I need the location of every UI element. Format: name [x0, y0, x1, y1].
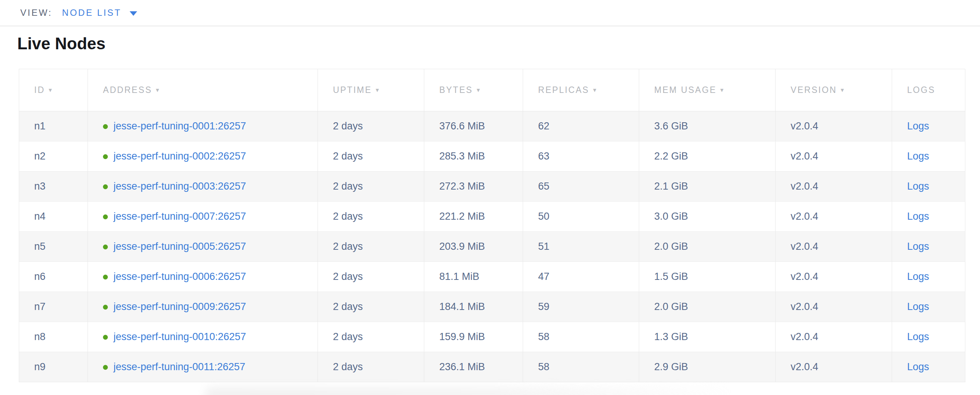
mem-usage-cell: 2.0 GiB: [639, 232, 776, 262]
logs-link[interactable]: Logs: [907, 271, 929, 283]
bytes-cell: 272.3 MiB: [424, 171, 523, 201]
version-cell: v2.0.4: [776, 201, 892, 232]
col-header-id[interactable]: ID▾: [19, 69, 88, 111]
table-row: n5 jesse-perf-tuning-0005:26257 2 days 2…: [19, 232, 965, 262]
node-id-cell: n7: [19, 292, 88, 322]
node-address-link[interactable]: jesse-perf-tuning-0005:26257: [113, 241, 246, 253]
logs-link[interactable]: Logs: [907, 241, 929, 253]
mem-usage-cell: 2.9 GiB: [639, 352, 776, 382]
table-body: n1 jesse-perf-tuning-0001:26257 2 days 3…: [19, 111, 965, 382]
node-live-status-icon: [103, 184, 108, 189]
logs-cell: Logs: [892, 262, 965, 292]
logs-cell: Logs: [892, 171, 965, 201]
replicas-cell: 63: [523, 141, 639, 171]
col-header-label: MEM USAGE: [654, 85, 717, 95]
version-cell: v2.0.4: [776, 111, 892, 141]
col-header-uptime[interactable]: UPTIME▾: [318, 69, 424, 111]
replicas-cell: 58: [523, 322, 639, 352]
mem-usage-cell: 1.5 GiB: [639, 262, 776, 292]
logs-link[interactable]: Logs: [907, 181, 929, 192]
col-header-bytes[interactable]: BYTES▾: [424, 69, 523, 111]
replicas-cell: 51: [523, 232, 639, 262]
col-header-logs: LOGS: [892, 69, 965, 111]
col-header-mem-usage[interactable]: MEM USAGE▾: [639, 69, 776, 111]
logs-link[interactable]: Logs: [907, 151, 929, 162]
node-live-status-icon: [103, 124, 108, 129]
node-address-cell: jesse-perf-tuning-0006:26257: [88, 262, 318, 292]
page-title: Live Nodes: [17, 34, 106, 54]
table-row: n7 jesse-perf-tuning-0009:26257 2 days 1…: [19, 292, 965, 322]
node-address-link[interactable]: jesse-perf-tuning-0001:26257: [113, 121, 246, 132]
view-selector-dropdown[interactable]: NODE LIST: [62, 8, 137, 18]
logs-link[interactable]: Logs: [907, 121, 929, 132]
col-header-label: BYTES: [439, 85, 473, 95]
table-row: n2 jesse-perf-tuning-0002:26257 2 days 2…: [19, 141, 965, 171]
bytes-cell: 81.1 MiB: [424, 262, 523, 292]
version-cell: v2.0.4: [776, 352, 892, 382]
col-header-label: LOGS: [907, 85, 935, 95]
table-row: n8 jesse-perf-tuning-0010:26257 2 days 1…: [19, 322, 965, 352]
node-address-link[interactable]: jesse-perf-tuning-0007:26257: [113, 211, 246, 222]
col-header-label: VERSION: [791, 85, 837, 95]
logs-link[interactable]: Logs: [907, 211, 929, 222]
node-id-cell: n2: [19, 141, 88, 171]
col-header-address[interactable]: ADDRESS▾: [88, 69, 318, 111]
node-address-cell: jesse-perf-tuning-0011:26257: [88, 352, 318, 382]
sort-arrow-icon: ▾: [376, 86, 380, 94]
node-address-link[interactable]: jesse-perf-tuning-0011:26257: [113, 361, 245, 373]
version-cell: v2.0.4: [776, 292, 892, 322]
mem-usage-cell: 1.3 GiB: [639, 322, 776, 352]
uptime-cell: 2 days: [318, 322, 424, 352]
node-address-link[interactable]: jesse-perf-tuning-0003:26257: [113, 181, 246, 192]
chevron-down-icon: [130, 11, 137, 16]
view-selected-value: NODE LIST: [62, 8, 121, 18]
replicas-cell: 47: [523, 262, 639, 292]
node-address-cell: jesse-perf-tuning-0001:26257: [88, 111, 318, 141]
table-row: n3 jesse-perf-tuning-0003:26257 2 days 2…: [19, 171, 965, 201]
sort-arrow-icon: ▾: [476, 86, 480, 94]
logs-cell: Logs: [892, 111, 965, 141]
node-live-status-icon: [103, 365, 108, 370]
node-address-cell: jesse-perf-tuning-0007:26257: [88, 201, 318, 232]
bytes-cell: 376.6 MiB: [424, 111, 523, 141]
col-header-version[interactable]: VERSION▾: [776, 69, 892, 111]
node-live-status-icon: [103, 245, 108, 249]
logs-link[interactable]: Logs: [907, 331, 929, 343]
table-row: n6 jesse-perf-tuning-0006:26257 2 days 8…: [19, 262, 965, 292]
bytes-cell: 285.3 MiB: [424, 141, 523, 171]
mem-usage-cell: 3.6 GiB: [639, 111, 776, 141]
bytes-cell: 159.9 MiB: [424, 322, 523, 352]
live-nodes-table: ID▾ ADDRESS▾ UPTIME▾ BYTES▾ REPLICAS▾ ME…: [19, 69, 965, 382]
col-header-label: UPTIME: [333, 85, 372, 95]
sort-arrow-icon: ▾: [720, 86, 724, 94]
table-header: ID▾ ADDRESS▾ UPTIME▾ BYTES▾ REPLICAS▾ ME…: [19, 69, 965, 111]
node-address-link[interactable]: jesse-perf-tuning-0002:26257: [113, 151, 246, 162]
bytes-cell: 236.1 MiB: [424, 352, 523, 382]
sort-arrow-icon: ▾: [49, 86, 53, 94]
node-address-cell: jesse-perf-tuning-0009:26257: [88, 292, 318, 322]
node-address-link[interactable]: jesse-perf-tuning-0010:26257: [113, 331, 246, 343]
node-address-link[interactable]: jesse-perf-tuning-0009:26257: [113, 301, 246, 313]
logs-cell: Logs: [892, 201, 965, 232]
logs-link[interactable]: Logs: [907, 361, 929, 373]
uptime-cell: 2 days: [318, 352, 424, 382]
sort-arrow-icon: ▾: [593, 86, 597, 94]
node-live-status-icon: [103, 305, 108, 310]
logs-cell: Logs: [892, 232, 965, 262]
col-header-replicas[interactable]: REPLICAS▾: [523, 69, 639, 111]
logs-cell: Logs: [892, 352, 965, 382]
node-live-status-icon: [103, 335, 108, 340]
node-id-cell: n1: [19, 111, 88, 141]
replicas-cell: 65: [523, 171, 639, 201]
node-id-cell: n8: [19, 322, 88, 352]
uptime-cell: 2 days: [318, 292, 424, 322]
version-cell: v2.0.4: [776, 141, 892, 171]
uptime-cell: 2 days: [318, 171, 424, 201]
version-cell: v2.0.4: [776, 171, 892, 201]
node-list-table: ID▾ ADDRESS▾ UPTIME▾ BYTES▾ REPLICAS▾ ME…: [19, 69, 965, 382]
logs-link[interactable]: Logs: [907, 301, 929, 313]
node-address-cell: jesse-perf-tuning-0010:26257: [88, 322, 318, 352]
mem-usage-cell: 2.2 GiB: [639, 141, 776, 171]
table-row: n4 jesse-perf-tuning-0007:26257 2 days 2…: [19, 201, 965, 232]
node-address-link[interactable]: jesse-perf-tuning-0006:26257: [113, 271, 246, 283]
